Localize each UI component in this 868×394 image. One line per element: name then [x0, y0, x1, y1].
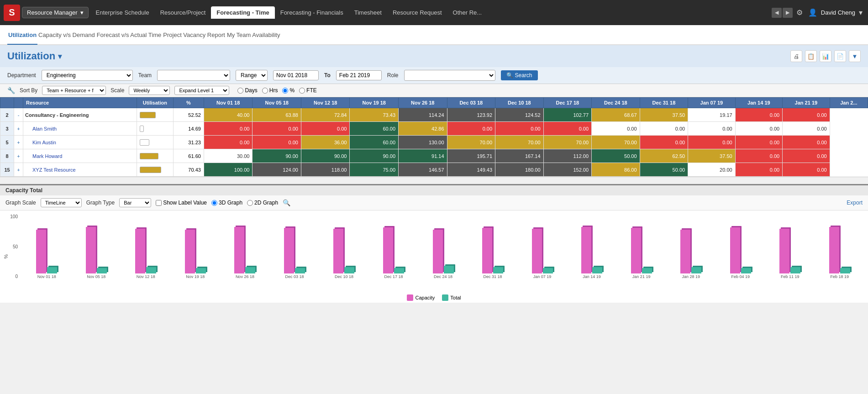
graph-scale-select[interactable]: TimeLine [41, 198, 82, 207]
data-cell: 19.17 [688, 108, 736, 122]
col-header-5: Nov 01 18 [204, 98, 253, 108]
nav-item-forecasting-financials[interactable]: Forecasting - Financials [275, 6, 349, 19]
header-icons: 🖨 📋 📊 📄 ▼ [790, 50, 861, 62]
sub-nav-item-project-vacancy-report[interactable]: Project Vacancy Report [162, 26, 226, 45]
utilization-table: ResourceUtilisation%Nov 01 18Nov 05 18No… [0, 97, 868, 177]
data-cell: 130.00 [399, 136, 447, 149]
graph-2d-radio[interactable]: 2D Graph [247, 200, 278, 206]
chart-search-icon[interactable]: 🔍 [283, 199, 290, 206]
data-cell: 0.00 [204, 136, 253, 149]
utilization-bar [137, 163, 173, 177]
sub-nav-item-capacity-v-s-demand[interactable]: Capacity v/s Demand [37, 26, 96, 45]
bar-group [468, 219, 518, 273]
bar-label: Nov 01 18 [22, 273, 72, 279]
sort-by-label: Sort By [20, 87, 37, 94]
bar-group [616, 219, 666, 273]
search-button[interactable]: 🔍 Search [501, 70, 538, 80]
row-number: 3 [0, 122, 14, 136]
expand-button[interactable]: - [14, 108, 23, 122]
export-button[interactable]: Export [847, 200, 863, 206]
bar-group [121, 219, 171, 273]
nav-item-other-re-[interactable]: Other Re... [447, 6, 488, 19]
print-preview-icon[interactable]: 🖨 [790, 50, 802, 62]
bar-group [171, 219, 221, 273]
expand-button[interactable]: + [14, 122, 23, 136]
date-to-input[interactable] [336, 70, 382, 80]
graph-type-select[interactable]: Bar [119, 198, 151, 207]
table-row: 15+XYZ Test Resource70.43100.00124.00118… [0, 163, 868, 177]
nav-arrows: ◀ ▶ [772, 8, 793, 18]
expand-button[interactable]: + [14, 149, 23, 163]
role-select[interactable] [404, 70, 495, 81]
scale-select[interactable]: Weekly [129, 86, 170, 95]
nav-item-resource-request[interactable]: Resource Request [387, 6, 447, 19]
data-cell: 68.67 [592, 108, 640, 122]
hrs-radio[interactable]: Hrs [262, 87, 278, 94]
total-bar [97, 268, 107, 273]
expand-level-select[interactable]: Expand Level 1 [174, 86, 229, 95]
bar-group [220, 219, 270, 273]
app-title-button[interactable]: Resource Manager ▾ [22, 7, 89, 18]
print-icon[interactable]: 📋 [805, 50, 817, 62]
wrench-icon[interactable]: 🔧 [7, 87, 15, 94]
col-header-6: Nov 05 18 [253, 98, 301, 108]
nav-next-button[interactable]: ▶ [783, 8, 793, 18]
overall-pct: 70.43 [173, 163, 204, 177]
col-header-10: Dec 03 18 [447, 98, 495, 108]
data-cell: 60.00 [350, 136, 399, 149]
data-cell: 70.00 [592, 136, 640, 149]
sort-select[interactable]: Team + Resource + f [42, 86, 106, 95]
dropdown-arrow-icon[interactable]: ▾ [857, 8, 864, 17]
bar-group [815, 219, 865, 273]
pdf-icon[interactable]: 📄 [834, 50, 846, 62]
total-bar [245, 267, 255, 273]
data-cell: 70.00 [543, 136, 592, 149]
user-icon[interactable]: 👤 [806, 8, 819, 17]
chart-legend: Capacity Total [0, 293, 868, 303]
filter-icon[interactable]: ▼ [849, 50, 861, 62]
nav-item-forecasting-time[interactable]: Forecasting - Time [211, 6, 274, 19]
total-bar [741, 268, 751, 273]
excel-icon[interactable]: 📊 [820, 50, 831, 62]
show-label-value-check[interactable]: Show Label Value [156, 200, 207, 206]
expand-button[interactable]: + [14, 136, 23, 149]
team-select[interactable] [157, 70, 230, 81]
bar-label: Dec 24 18 [418, 273, 468, 279]
page-title: Utilization ▾ [7, 50, 62, 62]
pct-radio[interactable]: % [282, 87, 295, 94]
settings-icon[interactable]: ⚙ [794, 8, 805, 17]
sub-nav-item-forecast-v-s-actual-time[interactable]: Forecast v/s Actual Time [96, 26, 163, 45]
graph-3d-radio[interactable]: 3D Graph [211, 200, 242, 206]
to-label: To [324, 72, 331, 79]
department-select[interactable]: Engineering [42, 70, 133, 81]
fte-radio[interactable]: FTE [299, 87, 317, 94]
capacity-bar [433, 230, 443, 273]
total-bar [444, 266, 454, 273]
days-radio[interactable]: Days [237, 87, 257, 94]
range-select[interactable]: Range [236, 70, 268, 81]
search-icon: 🔍 [506, 72, 513, 79]
nav-item-resource-project[interactable]: Resource/Project [155, 6, 211, 19]
filter-bar: Department Engineering Team Range To Rol… [0, 67, 868, 84]
data-cell: 60.00 [350, 122, 399, 136]
data-cell: 0.00 [543, 122, 592, 136]
bar-label: Jan 07 19 [517, 273, 567, 279]
data-cell: 0.00 [688, 136, 736, 149]
expand-button[interactable]: + [14, 163, 23, 177]
nav-item-timesheet[interactable]: Timesheet [349, 6, 387, 19]
nav-item-enterprise-schedule[interactable]: Enterprise Schedule [90, 6, 155, 19]
capacity-bar [532, 229, 542, 273]
data-cell: 0.00 [204, 122, 253, 136]
data-cell: 73.43 [350, 108, 399, 122]
data-cell: 0.00 [640, 122, 688, 136]
col-header-15: Jan 07 19 [688, 98, 736, 108]
sub-nav-item-my-team-availability[interactable]: My Team Availability [226, 26, 281, 45]
sub-nav-item-utilization[interactable]: Utilization [7, 26, 37, 45]
date-from-input[interactable] [273, 70, 319, 80]
total-label: Capacity Total [0, 185, 868, 195]
col-header-18: Jan 2... [830, 98, 868, 108]
nav-prev-button[interactable]: ◀ [772, 8, 782, 18]
horizontal-scrollbar[interactable] [0, 177, 868, 184]
capacity-legend-item: Capacity [407, 294, 435, 301]
capacity-bar [581, 227, 591, 273]
